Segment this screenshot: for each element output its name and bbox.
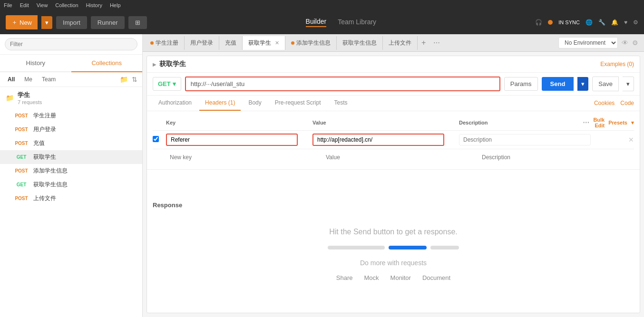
section-tab-auth[interactable]: Authorization	[153, 96, 197, 111]
tabs-bar: 学生注册 用户登录 充值 获取学生 ✕ 添加学生信息 获取学生信息	[143, 34, 553, 51]
section-tab-body[interactable]: Body	[243, 96, 267, 111]
new-button[interactable]: ＋ New	[6, 15, 38, 29]
save-dropdown-button[interactable]: ▾	[623, 77, 634, 91]
header-value-input-0[interactable]	[312, 134, 444, 146]
tab-label-0: 学生注册	[156, 39, 178, 47]
req-tab-5[interactable]: 获取学生信息	[337, 36, 383, 50]
globe-icon[interactable]: 🌐	[585, 19, 593, 26]
tab-team-library[interactable]: Team Library	[338, 18, 376, 27]
cookies-link[interactable]: Cookies	[594, 100, 615, 106]
new-key-input[interactable]	[166, 152, 306, 163]
req-tab-3[interactable]: 获取学生 ✕	[243, 36, 285, 50]
req-tab-0[interactable]: 学生注册	[145, 36, 185, 50]
col-header-value: Value	[312, 120, 459, 125]
request-item-3[interactable]: GET 获取学生	[0, 150, 142, 164]
header-key-input-0[interactable]	[166, 134, 298, 146]
filter-me[interactable]: Me	[21, 75, 35, 84]
new-dropdown-button[interactable]: ▾	[41, 16, 52, 29]
menu-file[interactable]: File	[4, 2, 12, 8]
request-name-0: 学生注册	[33, 112, 56, 120]
headphone-icon[interactable]: 🎧	[535, 19, 542, 26]
filter-all[interactable]: All	[5, 75, 18, 84]
tabs-overflow[interactable]: ⋯	[429, 36, 444, 49]
import-button[interactable]: Import	[56, 16, 87, 29]
no-env-select[interactable]: No Environment	[558, 37, 618, 48]
save-button[interactable]: Save	[592, 77, 619, 91]
req-tab-6[interactable]: 上传文件	[383, 36, 418, 50]
request-item-1[interactable]: POST 用户登录	[0, 123, 142, 136]
menu-edit[interactable]: Edit	[20, 2, 29, 8]
plus-icon: ＋	[11, 18, 18, 27]
sidebar-tabs: History Collections	[0, 55, 142, 72]
params-button[interactable]: Params	[504, 77, 538, 91]
req-tab-2[interactable]: 充值	[219, 36, 243, 50]
sidebar: History Collections All Me Team 📁 ⇅ 📁 学生…	[0, 34, 143, 317]
search-input[interactable]	[5, 38, 137, 50]
layout-button[interactable]: ⊞	[128, 16, 147, 29]
examples-link[interactable]: Examples (0)	[600, 61, 634, 67]
section-tab-headers[interactable]: Headers (1)	[199, 96, 241, 111]
menu-help[interactable]: Help	[110, 2, 121, 8]
send-dropdown-button[interactable]: ▾	[577, 77, 588, 91]
request-item-6[interactable]: POST 上传文件	[0, 192, 142, 205]
header-checkbox-0[interactable]	[153, 136, 159, 142]
action-mock[interactable]: Mock	[364, 274, 379, 281]
tab-label-3: 获取学生	[248, 39, 271, 47]
bell-icon[interactable]: 🔔	[611, 19, 618, 26]
runner-button[interactable]: Runner	[91, 16, 125, 29]
sort-icon[interactable]: ⇅	[132, 76, 137, 83]
menu-history[interactable]: History	[86, 2, 102, 8]
request-title-bar: ▶ 获取学生 Examples (0)	[147, 56, 640, 73]
method-select[interactable]: GET ▾	[153, 77, 181, 91]
presets-arrow[interactable]: ▾	[631, 120, 634, 126]
code-link[interactable]: Code	[620, 100, 634, 106]
method-badge-get-5: GET	[13, 182, 29, 187]
filter-team[interactable]: Team	[39, 75, 59, 84]
menu-view[interactable]: View	[37, 2, 48, 8]
send-button[interactable]: Send	[542, 77, 574, 91]
request-item-0[interactable]: POST 学生注册	[0, 109, 142, 123]
new-folder-icon[interactable]: 📁	[120, 76, 128, 83]
new-value-input[interactable]	[322, 152, 462, 163]
action-share[interactable]: Share	[336, 274, 353, 281]
tab-builder[interactable]: Builder	[306, 18, 327, 27]
action-monitor[interactable]: Monitor	[390, 274, 411, 281]
req-tab-1[interactable]: 用户登录	[185, 36, 219, 50]
action-document[interactable]: Document	[422, 274, 450, 281]
method-badge-post: POST	[13, 113, 29, 118]
more-icon[interactable]: ⋯	[583, 119, 589, 126]
bulk-edit-link[interactable]: Bulk Edit	[593, 117, 605, 128]
method-badge-post-1: POST	[13, 127, 29, 132]
sidebar-tab-collections[interactable]: Collections	[71, 55, 143, 72]
request-name-2: 充值	[33, 139, 45, 147]
new-desc-input[interactable]	[478, 152, 618, 163]
wrench-icon[interactable]: 🔧	[598, 19, 605, 26]
section-tab-pre-request[interactable]: Pre-request Script	[269, 96, 327, 111]
presets-link[interactable]: Presets	[608, 120, 627, 125]
tab-label-1: 用户登录	[190, 39, 213, 47]
tab-close-3[interactable]: ✕	[275, 40, 279, 46]
request-item-4[interactable]: POST 添加学生信息	[0, 164, 142, 178]
headers-table-header: Key Value Description ⋯ Bulk Edit Preset…	[153, 115, 634, 131]
req-tab-4[interactable]: 添加学生信息	[285, 36, 337, 50]
url-input[interactable]	[185, 77, 500, 91]
heart-icon[interactable]: ♥	[624, 19, 627, 26]
method-badge-get-3: GET	[13, 154, 29, 160]
env-settings-icon[interactable]: ⚙	[632, 39, 638, 47]
header-delete-0[interactable]: ✕	[628, 136, 634, 144]
header-desc-input-0[interactable]	[459, 134, 591, 145]
request-item-2[interactable]: POST 充值	[0, 136, 142, 150]
tabs-add-button[interactable]: +	[418, 36, 429, 50]
toolbar-right: 🎧 IN SYNC 🌐 🔧 🔔 ♥ ⚙	[535, 19, 638, 26]
do-more-text: Do more with requests	[360, 259, 427, 267]
request-area: 学生注册 用户登录 充值 获取学生 ✕ 添加学生信息 获取学生信息	[143, 34, 644, 317]
sidebar-tab-history[interactable]: History	[0, 55, 71, 71]
section-tab-tests[interactable]: Tests	[328, 96, 353, 111]
collection-header[interactable]: 📁 学生 7 requests	[0, 87, 142, 109]
menu-collection[interactable]: Collection	[55, 2, 78, 8]
request-name-4: 添加学生信息	[33, 167, 68, 175]
env-selector-area: No Environment 👁 ⚙	[553, 34, 644, 51]
request-item-5[interactable]: GET 获取学生信息	[0, 178, 142, 192]
env-eye-icon[interactable]: 👁	[622, 39, 628, 47]
settings-icon[interactable]: ⚙	[633, 19, 638, 26]
